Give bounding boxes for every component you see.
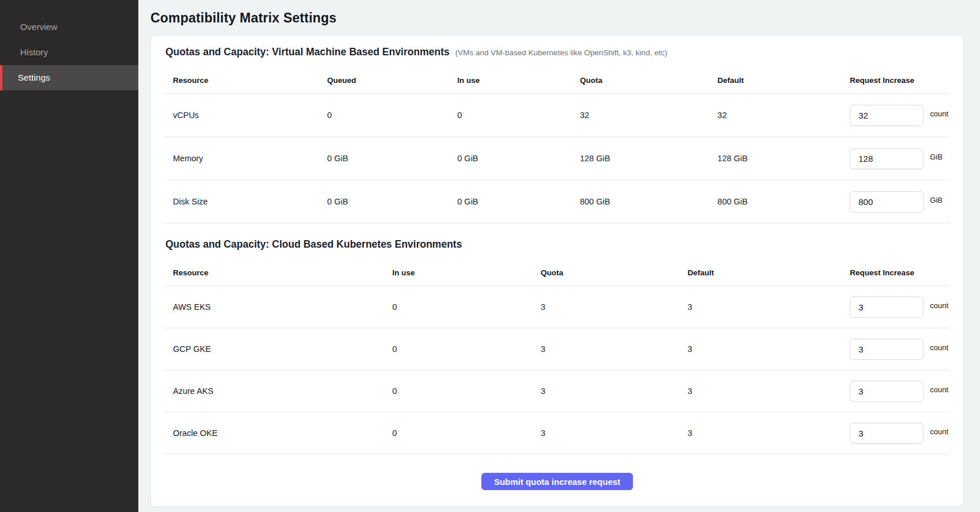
- in-use-cell: 0: [392, 428, 541, 438]
- request-increase-input[interactable]: [850, 339, 924, 360]
- default-cell: 800 GiB: [718, 197, 850, 206]
- resource-cell: Azure AKS: [173, 386, 392, 396]
- unit-label: count: [930, 301, 948, 310]
- page-title: Compatibility Matrix Settings: [150, 10, 964, 26]
- unit-label: count: [930, 109, 948, 118]
- column-header-request-increase: Request Increase: [850, 268, 949, 277]
- quota-cell: 128 GiB: [580, 154, 718, 163]
- quota-cell: 3: [541, 302, 688, 312]
- request-increase-input[interactable]: [850, 381, 924, 402]
- in-use-cell: 0 GiB: [457, 154, 580, 163]
- resource-cell: AWS EKS: [173, 302, 392, 312]
- sidebar-item-label: Overview: [20, 22, 58, 32]
- in-use-cell: 0: [457, 111, 580, 120]
- column-header-resource: Resource: [173, 76, 327, 85]
- default-cell: 3: [688, 428, 850, 438]
- default-cell: 3: [688, 344, 850, 354]
- quota-cell: 3: [541, 428, 688, 438]
- queued-cell: 0 GiB: [327, 154, 458, 163]
- quotas-card: Quotas and Capacity: Virtual Machine Bas…: [150, 35, 964, 507]
- column-header-in-use: In use: [457, 76, 580, 85]
- default-cell: 128 GiB: [718, 154, 850, 163]
- vm-section-heading: Quotas and Capacity: Virtual Machine Bas…: [165, 46, 450, 58]
- column-header-request-increase: Request Increase: [850, 76, 949, 85]
- unit-label: GiB: [930, 153, 943, 161]
- vm-quota-table: Resource Queued In use Quota Default Req…: [165, 67, 949, 223]
- table-header-row: Resource Queued In use Quota Default Req…: [165, 67, 949, 94]
- resource-cell: GCP GKE: [173, 344, 392, 354]
- column-header-in-use: In use: [392, 268, 541, 277]
- default-cell: 32: [718, 111, 850, 120]
- request-increase-input[interactable]: [850, 105, 924, 126]
- table-row-azure-aks: Azure AKS 0 3 3 count: [165, 370, 949, 412]
- column-header-quota: Quota: [541, 268, 688, 277]
- quota-cell: 3: [541, 386, 688, 396]
- table-row-disk-size: Disk Size 0 GiB 0 GiB 800 GiB 800 GiB Gi…: [165, 180, 949, 223]
- unit-label: GiB: [930, 196, 943, 204]
- cloud-section-heading-row: Quotas and Capacity: Cloud Based Kuberne…: [165, 238, 949, 251]
- unit-label: count: [930, 385, 948, 394]
- request-increase-cell: count: [850, 339, 949, 360]
- request-increase-cell: count: [850, 105, 949, 126]
- resource-cell: Oracle OKE: [173, 428, 392, 438]
- queued-cell: 0 GiB: [327, 197, 458, 206]
- column-header-default: Default: [688, 268, 850, 277]
- vm-section-heading-row: Quotas and Capacity: Virtual Machine Bas…: [165, 46, 949, 58]
- default-cell: 3: [688, 386, 850, 396]
- resource-cell: Memory: [173, 154, 327, 163]
- in-use-cell: 0: [392, 386, 541, 396]
- table-row-oracle-oke: Oracle OKE 0 3 3 count: [165, 412, 949, 454]
- in-use-cell: 0 GiB: [457, 197, 580, 206]
- sidebar-item-label: Settings: [18, 73, 50, 83]
- column-header-resource: Resource: [173, 268, 392, 277]
- submit-quota-increase-button[interactable]: Submit quota increase request: [481, 473, 633, 490]
- default-cell: 3: [688, 302, 850, 312]
- request-increase-cell: count: [850, 297, 949, 318]
- sidebar-item-settings[interactable]: Settings: [0, 65, 138, 90]
- table-header-row: Resource In use Quota Default Request In…: [165, 260, 949, 286]
- request-increase-cell: GiB: [850, 191, 949, 213]
- table-row-vcpus: vCPUs 0 0 32 32 count: [165, 94, 949, 137]
- request-increase-cell: GiB: [850, 148, 949, 169]
- request-increase-input[interactable]: [850, 423, 924, 444]
- unit-label: count: [930, 343, 948, 352]
- request-increase-cell: count: [850, 381, 949, 402]
- unit-label: count: [930, 427, 948, 436]
- quota-cell: 32: [580, 111, 718, 120]
- sidebar-item-overview[interactable]: Overview: [0, 14, 138, 40]
- resource-cell: Disk Size: [173, 197, 327, 206]
- quota-cell: 3: [541, 344, 688, 354]
- cloud-section-heading: Quotas and Capacity: Cloud Based Kuberne…: [165, 238, 462, 251]
- request-increase-cell: count: [850, 423, 949, 444]
- request-increase-input[interactable]: [850, 191, 924, 213]
- cloud-quota-table: Resource In use Quota Default Request In…: [165, 260, 949, 454]
- sidebar: Overview History Settings: [0, 0, 138, 512]
- submit-button-row: Submit quota increase request: [165, 473, 949, 490]
- table-row-gcp-gke: GCP GKE 0 3 3 count: [165, 328, 949, 370]
- column-header-quota: Quota: [580, 76, 718, 85]
- in-use-cell: 0: [392, 344, 541, 354]
- request-increase-input[interactable]: [850, 297, 924, 318]
- request-increase-input[interactable]: [850, 148, 924, 169]
- in-use-cell: 0: [392, 302, 541, 312]
- sidebar-item-history[interactable]: History: [0, 40, 138, 65]
- quota-cell: 800 GiB: [580, 197, 718, 206]
- resource-cell: vCPUs: [173, 111, 327, 120]
- table-row-memory: Memory 0 GiB 0 GiB 128 GiB 128 GiB GiB: [165, 137, 949, 180]
- queued-cell: 0: [327, 111, 458, 120]
- main-content: Compatibility Matrix Settings Quotas and…: [138, 0, 980, 512]
- column-header-queued: Queued: [327, 76, 458, 85]
- table-row-aws-eks: AWS EKS 0 3 3 count: [165, 286, 949, 328]
- sidebar-item-label: History: [20, 47, 48, 58]
- vm-section-subheading: (VMs and VM-based Kubernetes like OpenSh…: [455, 48, 668, 57]
- column-header-default: Default: [718, 76, 850, 85]
